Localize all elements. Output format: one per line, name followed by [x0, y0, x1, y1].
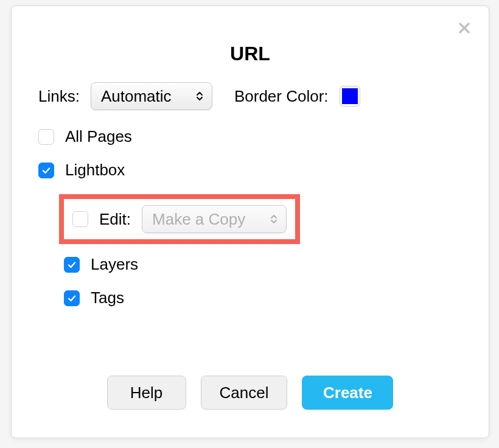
edit-select-value: Make a Copy — [152, 210, 245, 229]
dialog-title: URL — [12, 43, 489, 65]
edit-label: Edit: — [99, 210, 131, 229]
url-dialog: URL Links: Automatic Border Color: All P… — [11, 5, 489, 438]
edit-highlight-annotation: Edit: Make a Copy — [59, 194, 300, 244]
options-group: All Pages Lightbox Edit: Make a Copy — [38, 127, 462, 307]
links-select-value: Automatic — [101, 87, 172, 106]
button-row: Help Cancel Create — [12, 376, 489, 410]
tags-checkbox[interactable] — [64, 290, 80, 306]
form-area: Links: Automatic Border Color: All Pages — [12, 65, 489, 307]
border-color-value — [342, 88, 358, 104]
lightbox-label: Lightbox — [65, 161, 125, 180]
links-row: Links: Automatic Border Color: — [38, 82, 462, 110]
option-lightbox: Lightbox — [38, 161, 462, 180]
chevron-updown-icon — [270, 214, 277, 224]
edit-checkbox[interactable] — [72, 211, 88, 227]
lightbox-checkbox[interactable] — [38, 163, 54, 178]
create-button[interactable]: Create — [302, 376, 393, 410]
option-tags: Tags — [64, 289, 462, 307]
option-layers: Layers — [64, 255, 462, 274]
chevron-updown-icon — [196, 91, 203, 101]
border-color-swatch[interactable] — [340, 86, 360, 107]
tags-label: Tags — [91, 289, 124, 307]
layers-label: Layers — [91, 255, 138, 274]
option-all-pages: All Pages — [38, 127, 462, 146]
edit-select[interactable]: Make a Copy — [142, 205, 287, 233]
help-button[interactable]: Help — [107, 376, 186, 410]
cancel-button[interactable]: Cancel — [201, 376, 288, 410]
all-pages-label: All Pages — [65, 127, 132, 146]
links-label: Links: — [38, 87, 80, 106]
close-icon[interactable] — [457, 21, 472, 35]
border-color-label: Border Color: — [234, 87, 329, 106]
links-select[interactable]: Automatic — [91, 82, 212, 110]
all-pages-checkbox[interactable] — [38, 129, 54, 145]
layers-checkbox[interactable] — [64, 257, 80, 273]
